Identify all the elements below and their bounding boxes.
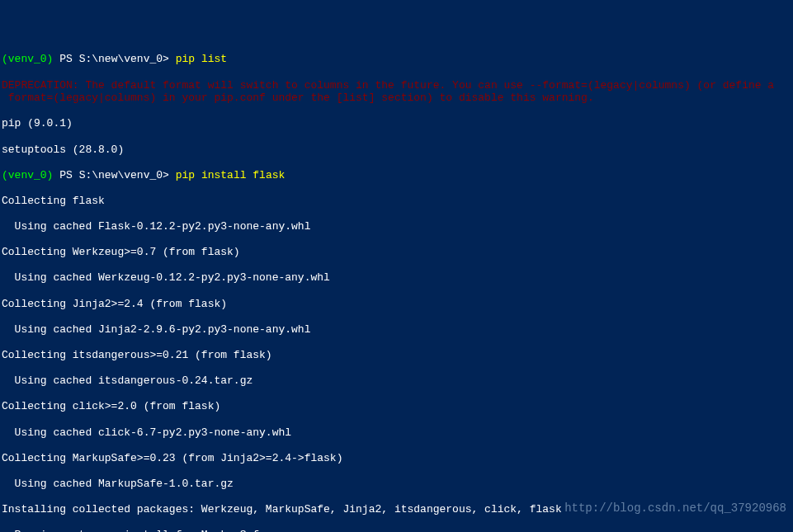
install-output: Collecting MarkupSafe>=0.23 (from Jinja2…	[2, 452, 791, 465]
prompt-line-2: (venv_0) PS S:\new\venv_0> pip install f…	[2, 169, 791, 182]
install-output: Running setup.py install for MarkupSafe …	[2, 529, 791, 532]
install-output: Collecting Werkzeug>=0.7 (from flask)	[2, 246, 791, 259]
install-output: Using cached MarkupSafe-1.0.tar.gz	[2, 478, 791, 491]
install-output: Collecting Jinja2>=2.4 (from flask)	[2, 298, 791, 311]
venv-indicator: (venv_0)	[2, 169, 53, 181]
prompt-line-1: (venv_0) PS S:\new\venv_0> pip list	[2, 53, 791, 66]
install-output: Collecting itsdangerous>=0.21 (from flas…	[2, 349, 791, 362]
setuptools-version: setuptools (28.8.0)	[2, 144, 791, 157]
command-text[interactable]: pip list	[176, 53, 227, 65]
install-output: Using cached Flask-0.12.2-py2.py3-none-a…	[2, 220, 791, 233]
deprecation-warning: DEPRECATION: The default format will swi…	[2, 79, 791, 105]
install-output: Using cached itsdangerous-0.24.tar.gz	[2, 374, 791, 388]
install-output: Using cached Jinja2-2.9.6-py2.py3-none-a…	[2, 323, 791, 337]
pip-version: pip (9.0.1)	[2, 117, 791, 130]
venv-indicator: (venv_0)	[2, 53, 53, 65]
install-output: Collecting flask	[2, 195, 791, 208]
install-output: Collecting click>=2.0 (from flask)	[2, 400, 791, 413]
path-text: PS S:\new\venv_0>	[59, 169, 169, 181]
path-text: PS S:\new\venv_0>	[59, 53, 169, 65]
watermark-text: http://blog.csdn.net/qq_37920968	[564, 501, 786, 516]
install-output: Using cached click-6.7-py2.py3-none-any.…	[2, 426, 791, 440]
command-text[interactable]: pip install flask	[176, 169, 286, 181]
install-output: Using cached Werkzeug-0.12.2-py2.py3-non…	[2, 271, 791, 285]
